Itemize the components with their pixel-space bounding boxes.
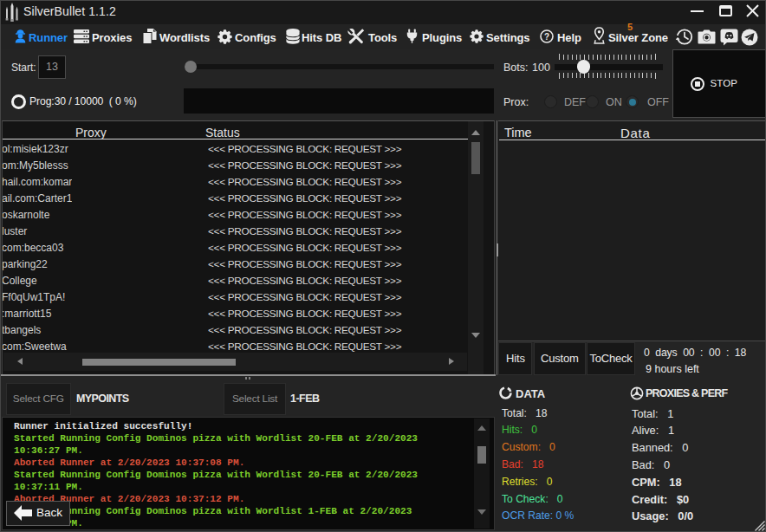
svg-text:?: ? [544,32,549,42]
